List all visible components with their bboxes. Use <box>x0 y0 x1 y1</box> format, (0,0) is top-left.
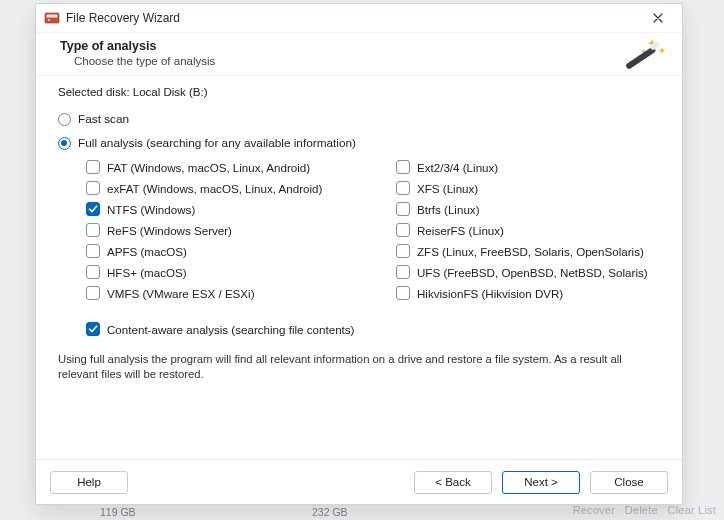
fs-checkbox-ufs[interactable]: UFS (FreeBSD, OpenBSD, NetBSD, Solaris) <box>396 265 660 279</box>
radio-fast-scan[interactable]: Fast scan <box>58 112 660 126</box>
checkbox-label: Btrfs (Linux) <box>417 203 480 216</box>
checkbox-label: HikvisionFS (Hikvision DVR) <box>417 287 563 300</box>
checkbox-icon <box>86 265 100 279</box>
svg-rect-1 <box>47 15 58 18</box>
checkbox-label: UFS (FreeBSD, OpenBSD, NetBSD, Solaris) <box>417 266 648 279</box>
checkbox-label: exFAT (Windows, macOS, Linux, Android) <box>107 182 322 195</box>
checkbox-label: APFS (macOS) <box>107 245 187 258</box>
checkbox-icon <box>86 322 100 336</box>
checkbox-label: Ext2/3/4 (Linux) <box>417 161 498 174</box>
dialog-body: Selected disk: Local Disk (B:) Fast scan… <box>36 76 682 459</box>
titlebar: File Recovery Wizard <box>36 4 682 33</box>
checkbox-label: ReFS (Windows Server) <box>107 224 232 237</box>
radio-icon <box>58 113 71 126</box>
checkbox-label: FAT (Windows, macOS, Linux, Android) <box>107 161 310 174</box>
page-subtitle: Choose the type of analysis <box>60 55 664 67</box>
background-size-2: 232 GB <box>312 506 348 518</box>
checkbox-icon <box>86 286 100 300</box>
window-title: File Recovery Wizard <box>66 11 642 25</box>
checkbox-icon <box>86 181 100 195</box>
fs-checkbox-reiserfs[interactable]: ReiserFS (Linux) <box>396 223 660 237</box>
content-aware-checkbox[interactable]: Content-aware analysis (searching file c… <box>86 322 660 336</box>
radio-icon <box>58 137 71 150</box>
svg-rect-3 <box>625 46 657 70</box>
app-icon <box>44 10 60 26</box>
fs-checkbox-ext[interactable]: Ext2/3/4 (Linux) <box>396 160 660 174</box>
hint-text: Using full analysis the program will fin… <box>58 352 660 383</box>
checkbox-icon <box>86 202 100 216</box>
checkbox-icon <box>396 181 410 195</box>
svg-point-2 <box>48 19 50 21</box>
file-recovery-wizard-dialog: File Recovery Wizard Type of analysis Ch… <box>35 3 683 505</box>
checkbox-icon <box>396 202 410 216</box>
checkbox-label: ReiserFS (Linux) <box>417 224 504 237</box>
magic-wand-icon <box>622 35 668 75</box>
checkbox-label: NTFS (Windows) <box>107 203 195 216</box>
background-size-1: 119 GB <box>100 506 136 518</box>
close-button[interactable] <box>642 6 674 30</box>
next-button[interactable]: Next > <box>502 471 580 494</box>
radio-label: Fast scan <box>78 112 129 126</box>
background-hint-text: Recover Delete Clear List <box>573 504 716 516</box>
footer: Help < Back Next > Close <box>36 459 682 504</box>
checkbox-icon <box>86 223 100 237</box>
page-title: Type of analysis <box>60 39 664 53</box>
fs-checkbox-ntfs[interactable]: NTFS (Windows) <box>86 202 376 216</box>
fs-checkbox-hikvision[interactable]: HikvisionFS (Hikvision DVR) <box>396 286 660 300</box>
fs-checkbox-xfs[interactable]: XFS (Linux) <box>396 181 660 195</box>
checkbox-icon <box>86 160 100 174</box>
header: Type of analysis Choose the type of anal… <box>36 33 682 76</box>
checkbox-icon <box>86 244 100 258</box>
close-footer-button[interactable]: Close <box>590 471 668 494</box>
fs-checkbox-fat[interactable]: FAT (Windows, macOS, Linux, Android) <box>86 160 376 174</box>
checkbox-label: Content-aware analysis (searching file c… <box>107 323 354 336</box>
checkbox-label: VMFS (VMware ESX / ESXi) <box>107 287 255 300</box>
fs-checkbox-exfat[interactable]: exFAT (Windows, macOS, Linux, Android) <box>86 181 376 195</box>
checkbox-icon <box>396 160 410 174</box>
fs-checkbox-zfs[interactable]: ZFS (Linux, FreeBSD, Solaris, OpenSolari… <box>396 244 660 258</box>
radio-label: Full analysis (searching for any availab… <box>78 136 356 150</box>
filesystem-grid: FAT (Windows, macOS, Linux, Android)Ext2… <box>86 160 660 300</box>
checkbox-icon <box>396 265 410 279</box>
checkbox-icon <box>396 244 410 258</box>
checkbox-icon <box>396 286 410 300</box>
checkbox-icon <box>396 223 410 237</box>
fs-checkbox-apfs[interactable]: APFS (macOS) <box>86 244 376 258</box>
checkbox-label: HFS+ (macOS) <box>107 266 187 279</box>
fs-checkbox-hfs[interactable]: HFS+ (macOS) <box>86 265 376 279</box>
help-button[interactable]: Help <box>50 471 128 494</box>
close-icon <box>653 13 663 23</box>
back-button[interactable]: < Back <box>414 471 492 494</box>
fs-checkbox-vmfs[interactable]: VMFS (VMware ESX / ESXi) <box>86 286 376 300</box>
checkbox-label: XFS (Linux) <box>417 182 478 195</box>
selected-disk-label: Selected disk: Local Disk (B:) <box>58 86 660 98</box>
checkbox-label: ZFS (Linux, FreeBSD, Solaris, OpenSolari… <box>417 245 644 258</box>
radio-full-analysis[interactable]: Full analysis (searching for any availab… <box>58 136 660 150</box>
fs-checkbox-refs[interactable]: ReFS (Windows Server) <box>86 223 376 237</box>
fs-checkbox-btrfs[interactable]: Btrfs (Linux) <box>396 202 660 216</box>
